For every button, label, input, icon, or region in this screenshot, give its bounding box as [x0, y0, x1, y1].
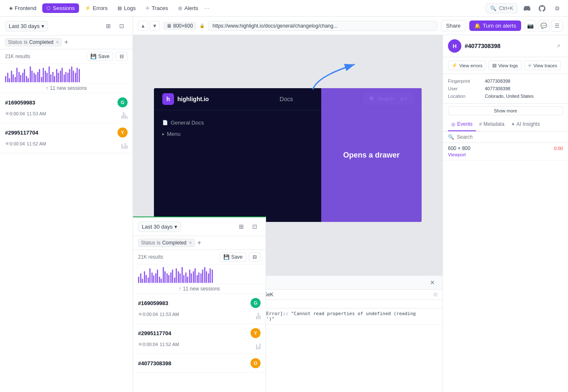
columns-icon[interactable]: ⊞: [102, 20, 114, 32]
nav-item-frontend[interactable]: ◈ Frontend: [5, 3, 41, 13]
docs-menu-text: Menu: [167, 131, 181, 137]
avatar: Y: [118, 127, 128, 137]
nav-item-logs[interactable]: ▤ Logs: [113, 3, 140, 13]
save-btn-dup[interactable]: 💾 Save: [220, 252, 246, 262]
user-label: User: [448, 86, 481, 91]
tab-metadata[interactable]: # Metadata: [476, 118, 508, 131]
more-options-btn[interactable]: ☰: [551, 20, 563, 32]
nav-label-frontend: Frontend: [15, 5, 36, 11]
avatar-dup-2: O: [251, 358, 261, 368]
view-traces-btn[interactable]: ⊹ View traces: [524, 61, 561, 70]
sliders-icon: ⊟: [120, 53, 124, 59]
browser-nav-btns: ▲ ▼: [138, 21, 160, 31]
status-filter-tag-dup[interactable]: Status is Completed ×: [138, 239, 195, 247]
session-item-dup-1[interactable]: #2995117704 Y 👁 0:00:04 11:52 AM: [133, 324, 266, 354]
nav-up-btn[interactable]: ▲: [138, 21, 148, 31]
results-bar: 21K results 💾 Save ⊟: [0, 49, 133, 64]
session-id-dup-1: #2995117704: [138, 330, 171, 336]
screenshot-btn[interactable]: 📷: [525, 20, 536, 32]
nav-label-traces: Traces: [151, 5, 168, 11]
chevron-down-icon: ▾: [174, 224, 177, 230]
avatar: G: [118, 97, 128, 107]
more-menu-btn[interactable]: ···: [204, 5, 210, 12]
date-range-picker[interactable]: Last 30 days ▾: [5, 21, 48, 31]
view-logs-btn[interactable]: ▤ View logs: [489, 61, 522, 70]
chevron-right-icon: ▸: [162, 132, 164, 136]
filter-value: Completed: [29, 39, 54, 45]
monitor-icon: 🖥: [166, 23, 171, 29]
nav-label-alerts: Alerts: [184, 5, 198, 11]
session-item[interactable]: #2995117704 Y 👁 0:00:04 11:52 AM: [0, 123, 133, 153]
docs-link-text: General Docs: [171, 120, 204, 126]
eye-icon-dup: 👁: [138, 312, 143, 317]
filter-value-dup: Completed: [162, 240, 187, 246]
session-time: 11:52 AM: [27, 141, 46, 146]
view-logs-label: View logs: [498, 63, 518, 68]
date-range-label: Last 30 days: [9, 23, 40, 29]
external-link-btn[interactable]: ↗: [554, 41, 563, 51]
filter-remove-btn[interactable]: ×: [56, 39, 59, 45]
save-btn[interactable]: 💾 Save: [87, 52, 113, 61]
nav-label-errors: Errors: [93, 5, 107, 11]
share-btn[interactable]: Share: [441, 20, 466, 31]
log-body: [handleError]:: "Cannot read properties …: [247, 311, 438, 322]
session-list: #169059983 G 👁 0:00:04 11:53 AM: [0, 93, 133, 392]
metadata-tab-icon: #: [479, 122, 482, 127]
collapse-icon[interactable]: ⊡: [116, 20, 128, 32]
docs-preview: h highlight.io Docs 🔍 Search ⌘ K: [154, 88, 422, 222]
nav-down-btn[interactable]: ▼: [150, 21, 160, 31]
results-count-dup: 21K results: [138, 254, 163, 260]
right-search-input[interactable]: [457, 134, 563, 140]
left-sidebar: Last 30 days ▾ ⊞ ⊡ Status is Completed ×…: [0, 17, 133, 392]
traces-icon: ⊹: [146, 5, 149, 11]
nav-item-sessions[interactable]: ⬡ Sessions: [42, 3, 79, 13]
session-item[interactable]: #169059983 G 👁 0:00:04 11:53 AM: [0, 93, 133, 123]
nav-item-errors[interactable]: ⚡ Errors: [81, 3, 112, 13]
session-item-top: #169059983 G: [5, 97, 128, 107]
filter-add-btn[interactable]: +: [64, 38, 68, 46]
show-more-btn[interactable]: Show more: [448, 106, 563, 115]
right-action-btns: ⚡ View errors ▤ View logs ⊹ View traces: [443, 57, 568, 74]
events-tab-label: Events: [457, 121, 473, 127]
filter-op: is: [24, 39, 28, 45]
discord-btn[interactable]: [521, 3, 533, 14]
drawer-text: Opens a drawer: [343, 151, 399, 160]
github-btn[interactable]: [536, 3, 548, 14]
user-value: 4077308398: [485, 86, 563, 91]
comment-btn[interactable]: 💬: [538, 20, 550, 32]
tab-events[interactable]: ◎ Events: [448, 118, 476, 131]
date-range-picker-dup[interactable]: Last 30 days ▾: [138, 221, 181, 232]
filter-remove-btn-dup[interactable]: ×: [189, 240, 192, 246]
collapse-icon-dup[interactable]: ⊡: [249, 221, 261, 232]
filter-options-btn[interactable]: ⊟: [116, 52, 128, 61]
search-shortcut[interactable]: 🔍 Ctrl+K: [486, 3, 518, 13]
url-bar[interactable]: https://www.highlight.io/docs/general/ch…: [208, 21, 438, 31]
nav-item-alerts[interactable]: ◎ Alerts: [174, 3, 202, 13]
view-errors-btn[interactable]: ⚡ View errors: [448, 61, 486, 70]
session-avatar-large: H: [448, 39, 461, 53]
eye-icon: 👁: [5, 111, 10, 116]
results-count: 21K results: [5, 53, 30, 59]
frontend-icon: ◈: [9, 5, 13, 11]
view-traces-label: View traces: [533, 63, 557, 68]
filter-options-btn-dup[interactable]: ⊟: [249, 252, 261, 262]
top-nav: ◈ Frontend ⬡ Sessions ⚡ Errors ▤ Logs ⊹ …: [0, 0, 568, 17]
tab-ai-insights[interactable]: ✦ AI Insights: [508, 118, 543, 131]
nav-item-traces[interactable]: ⊹ Traces: [141, 3, 172, 13]
session-item-top: #2995117704 Y: [5, 127, 128, 137]
lock-icon: 🔒: [200, 23, 205, 28]
log-close-btn[interactable]: ✕: [427, 277, 438, 288]
ts-dup-1: 11:52 AM: [160, 342, 179, 347]
logo-text: highlight.io: [177, 96, 209, 102]
columns-icon-dup[interactable]: ⊞: [235, 221, 247, 232]
session-item-dup-0[interactable]: #169059983 G 👁 0:00:04 11:53 AM: [133, 294, 266, 324]
turn-on-alerts-btn[interactable]: 🔔 Turn on alerts: [469, 20, 521, 31]
session-item-row: 👁 0:00:04 11:53 AM: [5, 109, 128, 119]
settings-btn[interactable]: ⚙: [551, 3, 563, 14]
sidebar-header-icons: ⊞ ⊡: [102, 20, 128, 32]
eye-icon: 👁: [5, 141, 10, 146]
filter-add-btn-dup[interactable]: +: [197, 239, 201, 247]
dur-dup-1: 0:00:04: [143, 342, 158, 347]
session-item-dup-2[interactable]: #4077308398 O: [133, 354, 266, 373]
status-filter-tag[interactable]: Status is Completed ×: [5, 38, 62, 46]
